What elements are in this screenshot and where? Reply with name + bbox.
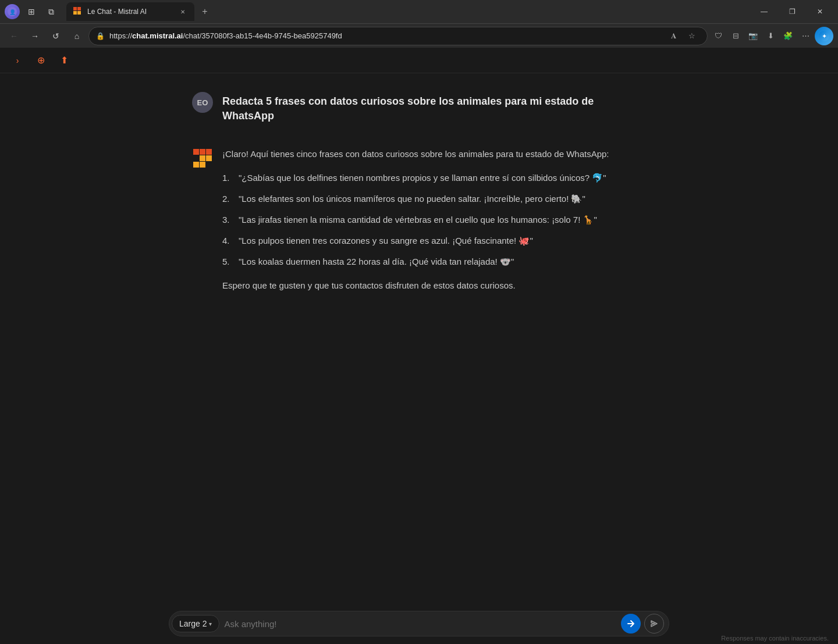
list-num: 1. (222, 171, 234, 185)
chat-input-field[interactable] (224, 619, 616, 629)
shield-btn[interactable]: 🛡 (710, 28, 726, 44)
svg-rect-2 (73, 7, 77, 10)
chat-container: EO Redacta 5 frases con datos curiosos s… (169, 92, 669, 293)
title-bar: 👤 ⊞ ⧉ Le Chat - Mistral AI ✕ (0, 0, 838, 23)
reading-mode-btn[interactable]: 𝐀 (665, 28, 681, 44)
close-button[interactable]: ✕ (807, 2, 833, 21)
chevron-down-icon: ▾ (209, 621, 212, 627)
list-num: 2. (222, 192, 234, 206)
svg-rect-11 (200, 155, 205, 161)
svg-text:👤: 👤 (9, 9, 16, 16)
list-item: 3. "Las jirafas tienen la misma cantidad… (222, 213, 646, 227)
url-prefix: https:// (109, 31, 132, 40)
svg-rect-8 (193, 149, 199, 155)
new-chat-btn[interactable]: ⊕ (33, 52, 49, 69)
refresh-button[interactable]: ↺ (47, 27, 65, 45)
url-domain: chat.mistral.ai (132, 31, 183, 40)
capture-btn[interactable]: 📷 (745, 28, 761, 44)
sidebar-toolbar: › ⊕ ⬆ (0, 48, 838, 73)
ai-intro: ¡Claro! Aquí tienes cinco frases con dat… (222, 147, 646, 162)
profile-icon[interactable]: 👤 (5, 4, 20, 19)
user-message: EO Redacta 5 frases con datos curiosos s… (192, 92, 646, 123)
ai-response: ¡Claro! Aquí tienes cinco frases con dat… (222, 147, 646, 293)
split-btn[interactable]: ⊟ (727, 28, 744, 44)
tab-favicon (73, 7, 83, 16)
copilot-btn[interactable]: ✦ (815, 27, 833, 45)
svg-rect-4 (73, 11, 77, 15)
ai-avatar (192, 148, 213, 169)
share-btn[interactable]: ⬆ (56, 52, 72, 69)
list-num: 5. (222, 255, 234, 269)
model-selector[interactable]: Large 2 ▾ (172, 615, 219, 632)
main-content: EO Redacta 5 frases con datos curiosos s… (0, 73, 838, 603)
back-button[interactable]: ← (5, 27, 23, 45)
list-text: "Los elefantes son los únicos mamíferos … (239, 192, 585, 206)
list-item: 5. "Los koalas duermen hasta 22 horas al… (222, 255, 646, 269)
svg-rect-14 (206, 155, 212, 161)
ai-closing: Espero que te gusten y que tus contactos… (222, 278, 646, 293)
more-btn[interactable]: ⋯ (797, 28, 814, 44)
workspaces-icon[interactable]: ⊞ (23, 3, 40, 20)
svg-text:✦: ✦ (822, 33, 827, 40)
disclaimer-text: Responses may contain inaccuracies. (721, 635, 829, 642)
active-tab[interactable]: Le Chat - Mistral AI ✕ (66, 2, 194, 21)
list-item: 2. "Los elefantes son los únicos mamífer… (222, 192, 646, 206)
address-bar[interactable]: 🔒 https://chat.mistral.ai/chat/357080f3-… (88, 27, 708, 45)
send-button-primary[interactable] (621, 614, 641, 634)
tab-close-btn[interactable]: ✕ (178, 7, 187, 16)
svg-rect-13 (200, 162, 205, 168)
model-label: Large 2 (179, 619, 207, 628)
list-item: 1. "¿Sabías que los delfines tienen nomb… (222, 171, 646, 185)
home-button[interactable]: ⌂ (68, 27, 86, 45)
list-item: 4. "Los pulpos tienen tres corazones y s… (222, 234, 646, 248)
lock-icon: 🔒 (96, 32, 105, 40)
svg-rect-3 (77, 7, 81, 10)
sidebar-toggle-btn[interactable]: › (9, 52, 26, 69)
address-bar-row: ← → ↺ ⌂ 🔒 https://chat.mistral.ai/chat/3… (0, 23, 838, 48)
forward-button[interactable]: → (26, 27, 44, 45)
ai-list: 1. "¿Sabías que los delfines tienen nomb… (222, 171, 646, 269)
user-message-text: Redacta 5 frases con datos curiosos sobr… (222, 92, 646, 123)
svg-rect-12 (193, 162, 199, 168)
list-text: "Las jirafas tienen la misma cantidad de… (239, 213, 597, 227)
send-button-secondary[interactable] (644, 614, 664, 634)
url-path: /chat/357080f3-ab15-4e4b-9745-bea5925749… (183, 31, 342, 40)
list-text: "Los pulpos tienen tres corazones y su s… (239, 234, 533, 248)
browser-chrome: 👤 ⊞ ⧉ Le Chat - Mistral AI ✕ (0, 0, 838, 48)
list-text: "¿Sabías que los delfines tienen nombres… (239, 171, 606, 185)
window-controls-left: 👤 ⊞ ⧉ (5, 3, 59, 20)
list-text: "Los koalas duermen hasta 22 horas al dí… (239, 255, 514, 269)
url-display: https://chat.mistral.ai/chat/357080f3-ab… (109, 31, 661, 40)
svg-rect-5 (77, 11, 81, 15)
send-buttons (621, 614, 664, 634)
restore-button[interactable]: ❐ (779, 2, 805, 21)
new-tab-button[interactable]: + (197, 3, 213, 20)
minimize-button[interactable]: — (751, 2, 777, 21)
favorites-btn[interactable]: ☆ (684, 28, 700, 44)
ai-message: ¡Claro! Aquí tienes cinco frases con dat… (192, 147, 646, 293)
address-actions: 𝐀 ☆ (665, 28, 700, 44)
browser-action-btns: 🛡 ⊟ 📷 ⬇ 🧩 ⋯ ✦ (710, 27, 833, 45)
chat-input-area: Large 2 ▾ (0, 603, 838, 644)
tab-title: Le Chat - Mistral AI (87, 8, 173, 16)
tab-manager-icon[interactable]: ⧉ (43, 3, 59, 20)
download-btn[interactable]: ⬇ (762, 28, 779, 44)
input-container: Large 2 ▾ (169, 611, 669, 636)
list-num: 3. (222, 213, 234, 227)
user-avatar: EO (192, 92, 213, 113)
svg-rect-9 (200, 149, 205, 155)
list-num: 4. (222, 234, 234, 248)
window-controls-right: — ❐ ✕ (751, 2, 833, 21)
svg-rect-10 (206, 149, 212, 155)
tab-group: Le Chat - Mistral AI ✕ + (66, 2, 746, 21)
extensions-btn[interactable]: 🧩 (780, 28, 796, 44)
